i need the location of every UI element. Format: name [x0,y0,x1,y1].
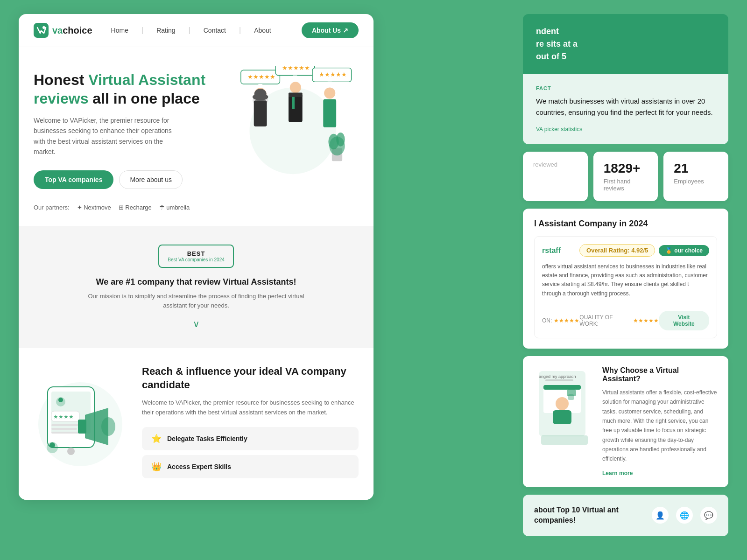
nav-rating[interactable]: Rating [156,27,175,34]
svg-text:anged my approach: anged my approach [539,374,576,379]
chevron-down-icon[interactable]: ∨ [34,318,359,329]
logo-text: vachoice [52,25,92,36]
nav-about[interactable]: About [254,27,271,34]
svg-rect-21 [323,99,336,127]
svg-point-16 [290,82,301,93]
svg-rect-49 [568,394,574,400]
quality-rating: QUALITY OF WORK: ★★★★★ [579,314,658,327]
chat-icon: 💬 [700,507,717,524]
svg-marker-4 [258,84,262,87]
svg-point-42 [49,442,55,448]
best-description: Our mission is to simplify and streamlin… [79,292,313,311]
svg-point-26 [336,133,345,147]
overall-rating-badge: Overall Rating: 4.92/5 [579,244,655,257]
partners-bar: Our partners: ✦ Nextmove ⊞ Recharge ☂ um… [34,204,209,211]
why-section: anged my approach Why Choose a Virtual A… [523,356,728,487]
top-va-companies-button[interactable]: Top VA companies [34,170,113,189]
company-description: offers virtual assistant services to bus… [542,262,709,298]
svg-rect-50 [545,379,573,381]
svg-point-37 [58,398,63,402]
svg-rect-14 [289,94,303,122]
hero-illustration: ★★★★★ ★★★★★ [218,66,359,187]
about-us-button[interactable]: About Us ↗ [302,22,359,38]
employees-number: 21 [674,161,718,176]
nav-links: Home | Rating | Contact | About [111,26,290,35]
our-choice-badge: 🏅 our choice [659,245,709,256]
communication-rating: ON: ★★★★★ [542,317,579,324]
fact-card: FACT We match businesses with virtual as… [523,74,728,144]
company-footer: ON: ★★★★★ QUALITY OF WORK: ★★★★★ Visit W… [542,305,709,330]
stat-card-reviewed: reviewed [523,152,588,201]
right-panel: ndentre sits at aout of 5 FACT We match … [523,14,728,536]
svg-rect-33 [51,428,77,430]
svg-rect-39 [78,420,86,434]
svg-text:★★★★★: ★★★★★ [247,73,275,80]
why-content: Why Choose a Virtual Assistant? Virtual … [602,366,717,477]
best-heading: We are #1 company that review Virtual As… [34,277,359,287]
fact-label: FACT [536,85,715,91]
svg-marker-12 [293,75,297,78]
svg-point-10 [253,93,268,100]
partners-label: Our partners: [34,204,70,211]
svg-rect-45 [543,385,581,390]
stat-card-reviews: 1829+ First hand reviews [593,152,658,201]
person-icon: 👤 [652,507,669,524]
svg-point-22 [324,87,335,98]
nav-contact[interactable]: Contact [204,27,226,34]
hero-buttons: Top VA companies More about us [34,170,209,189]
company-name: rstaff [542,246,561,255]
top10-icons: 👤 🌐 💬 [652,507,717,524]
top10-card: about Top 10 Virtual ant companies! 👤 🌐 … [523,495,728,536]
nav-home[interactable]: Home [111,27,128,34]
svg-rect-7 [254,100,267,126]
svg-point-40 [101,417,115,436]
svg-marker-19 [328,82,332,85]
best-section: BEST Best VA companies in 2024 We are #1… [19,226,374,349]
svg-point-35 [67,448,75,455]
why-description: Virtual assistants offer a flexible, cos… [602,388,717,464]
hero-title: Honest Virtual Assistant reviews all in … [34,70,209,108]
reach-content: Reach & influence your ideal VA company … [142,365,359,483]
svg-text:★★★★★: ★★★★★ [282,66,310,71]
hero-section: Honest Virtual Assistant reviews all in … [19,47,374,226]
svg-point-1 [42,26,45,29]
visit-website-button[interactable]: Visit Website [659,311,709,330]
svg-point-46 [556,397,569,410]
reach-description: Welcome to VAPicker, the premier resourc… [142,398,359,418]
svg-text:★★★★: ★★★★ [53,413,74,420]
navbar: vachoice Home | Rating | Contact | About… [19,14,374,47]
best-badge: BEST Best VA companies in 2024 [158,245,234,268]
company-card: rstaff Overall Rating: 4.92/5 🏅 our choi… [534,236,717,338]
va-section-title: l Assistant Company in 2024 [534,219,717,229]
va-company-section: l Assistant Company in 2024 rstaff Overa… [523,209,728,349]
svg-rect-34 [51,432,79,434]
svg-text:★★★★★: ★★★★★ [319,71,347,78]
svg-rect-47 [553,410,571,424]
reach-illustration: ★★★★ [34,378,127,471]
delegate-icon: ⭐ [151,434,162,444]
learn-more-link[interactable]: Learn more [602,470,633,476]
why-title: Why Choose a Virtual Assistant? [602,366,717,383]
why-illustration: anged my approach [534,366,595,452]
reviews-label: First hand reviews [604,178,648,192]
logo: vachoice [34,23,92,38]
stat-card-employees: 21 Employees [663,152,728,201]
partner-recharge: ⊞ Recharge [119,204,152,211]
expert-icon: 👑 [151,462,162,472]
company-card-header: rstaff Overall Rating: 4.92/5 🏅 our choi… [542,244,709,257]
hero-description: Welcome to VAPicker, the premier resourc… [34,115,174,157]
globe-icon: 🌐 [676,507,693,524]
svg-rect-17 [289,93,303,97]
feature-delegate[interactable]: ⭐ Delegate Tasks Efficiently [142,427,359,450]
feature-expert[interactable]: 👑 Access Expert Skills [142,455,359,478]
reviews-number: 1829+ [604,161,648,176]
stat-reviewed-label: reviewed [533,161,578,168]
svg-rect-52 [541,435,588,445]
stats-row: reviewed 1829+ First hand reviews 21 Emp… [523,152,728,201]
reach-section: ★★★★ [19,348,374,500]
fact-footer: VA picker statistics [536,126,582,133]
partner-nextmove: ✦ Nextmove [77,204,111,211]
hero-left: Honest Virtual Assistant reviews all in … [34,66,209,211]
partner-umbrella: ☂ umbrella [159,204,190,211]
more-about-us-button[interactable]: More about us [119,170,183,189]
